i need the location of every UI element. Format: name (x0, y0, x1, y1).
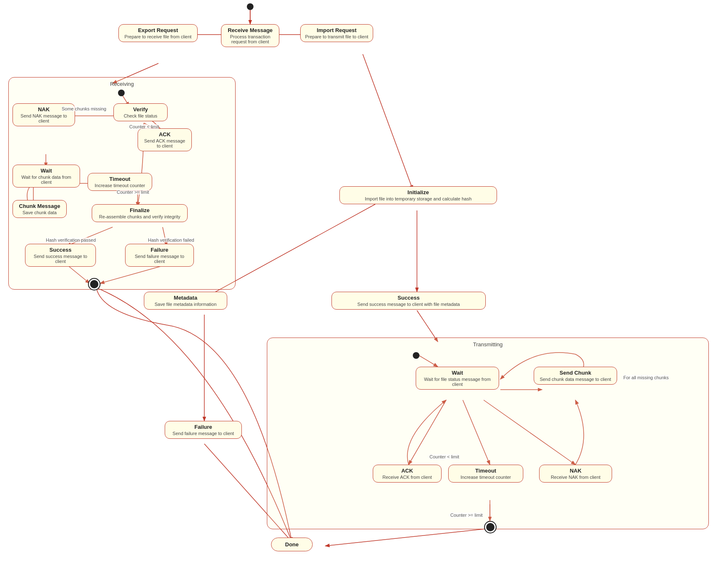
state-failure-receiving: Failure Send failure message to client (125, 244, 194, 267)
state-ack-transmitting: ACK Receive ACK from client (373, 465, 442, 483)
svg-line-27 (325, 528, 490, 546)
state-ack-receiving: ACK Send ACK message to client (138, 128, 192, 151)
diagram-container: Receive Message Process transaction requ… (0, 0, 728, 573)
final-node-transmitting (486, 523, 495, 531)
initial-node-receiving (118, 90, 125, 96)
state-wait-receiving: Wait Wait for chunk data from client (13, 165, 80, 188)
state-receive-message: Receive Message Process transaction requ… (221, 24, 279, 47)
state-success-import: Success Send success message to client w… (331, 292, 486, 310)
svg-line-17 (417, 310, 438, 342)
state-metadata: Metadata Save file metadata information (144, 292, 227, 310)
state-initialize: Initialize Import file into temporary st… (339, 186, 497, 204)
label-counter-gte-limit: Counter >= limit (117, 190, 149, 195)
state-verify: Verify Check file status (113, 103, 168, 121)
state-wait-transmitting: Wait Wait for file status message from c… (416, 367, 499, 390)
state-done: Done (271, 538, 313, 551)
state-send-chunk: Send Chunk Send chunk data message to cl… (534, 367, 617, 385)
label-for-all-missing: For all missing chunks (623, 375, 669, 380)
state-finalize: Finalize Re-assemble chunks and verify i… (92, 204, 188, 222)
state-import-request: Import Request Prepare to transmit file … (300, 24, 373, 42)
composite-transmitting: Transmitting (267, 338, 709, 529)
svg-line-15 (363, 54, 413, 190)
state-chunk-message: Chunk Message Save chunk data (13, 200, 67, 218)
label-counter-lt-limit: Counter < limit (129, 124, 159, 129)
state-nak-transmitting: NAK Receive NAK from client (539, 465, 612, 483)
state-timeout-receiving: Timeout Increase timeout counter (88, 173, 152, 191)
state-failure-bottom: Failure Send failure message to client (165, 421, 242, 439)
label-counter-lt-limit2: Counter < limit (429, 454, 459, 459)
initial-node-transmitting (413, 352, 419, 359)
state-export-request: Export Request Prepare to receive file f… (118, 24, 198, 42)
label-some-chunks-missing: Some chunks missing (62, 106, 106, 111)
label-hash-failed: Hash verification failed (148, 238, 194, 243)
final-node-receiving (90, 280, 98, 288)
state-timeout-transmitting: Timeout Increase timeout counter (448, 465, 523, 483)
state-success-receiving: Success Send success message to client (25, 244, 96, 267)
label-hash-passed: Hash verification passed (46, 238, 96, 243)
initial-node-top (247, 3, 254, 10)
label-counter-gte-limit2: Counter >= limit (450, 513, 483, 518)
